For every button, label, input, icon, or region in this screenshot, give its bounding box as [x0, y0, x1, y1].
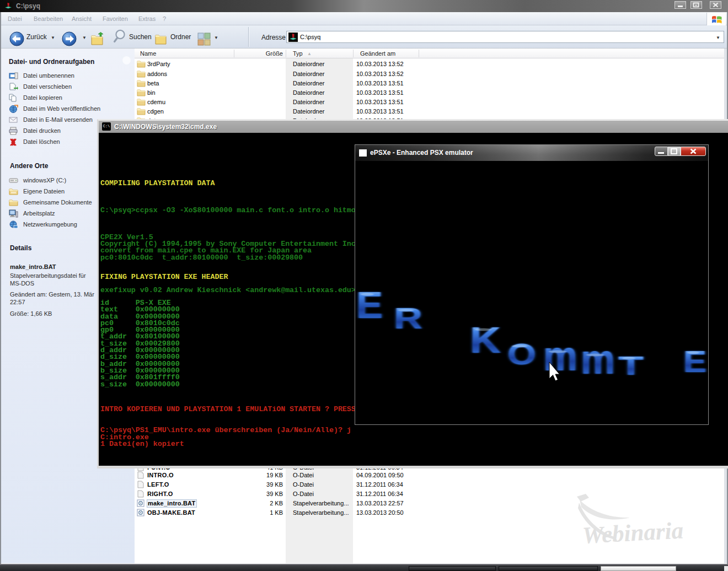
- svg-text:m: m: [543, 332, 577, 379]
- svg-text:E: E: [683, 344, 706, 379]
- svg-text:K: K: [470, 320, 501, 360]
- svg-text:O: O: [507, 337, 536, 370]
- svg-text:R: R: [394, 301, 422, 335]
- svg-text:E: E: [356, 284, 383, 326]
- svg-text:Webinaria: Webinaria: [582, 517, 684, 548]
- svg-text:m: m: [581, 336, 615, 383]
- svg-text:T: T: [618, 351, 644, 380]
